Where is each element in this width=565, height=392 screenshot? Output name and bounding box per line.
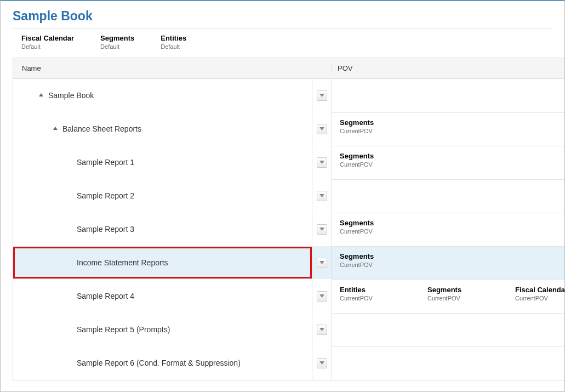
row-actions-dropdown[interactable] [317,325,327,335]
pov-value: Default [161,43,186,50]
chevron-down-icon [319,161,324,164]
tree-row-action-cell [312,213,332,246]
pov-segment[interactable]: SegmentsCurrentPOV [427,286,488,302]
tree-row-name-cell: Sample Report 6 (Cond. Format & Suppress… [13,359,312,367]
pov-label: Entities [161,34,186,42]
tree-row-name-cell: Sample Report 1 [13,158,312,167]
tree-row[interactable]: Income Statement Reports [13,246,332,280]
pov-value: Default [21,43,74,50]
tree-row[interactable]: Sample Report 4 [13,280,332,313]
chevron-down-icon [319,228,324,231]
pov-segment-value: CurrentPOV [340,128,400,134]
tree-row-label: Sample Report 3 [77,225,134,234]
tree-row-name-cell: Sample Report 2 [13,191,312,200]
svg-marker-10 [319,361,324,365]
tree-row-name-cell: Sample Report 3 [13,225,312,234]
chevron-down-icon [319,328,324,331]
chevron-down-icon [319,127,324,130]
tree-row[interactable]: Sample Report 1 [13,146,332,179]
pov-segment-label: Fiscal Calendar [515,286,565,294]
pov-segment[interactable]: SegmentsCurrentPOV [340,118,400,134]
tree-row-label: Sample Report 4 [77,292,134,300]
pov-row [332,79,564,112]
pov-label: Fiscal Calendar [21,34,74,42]
column-header-pov[interactable]: POV [332,64,564,72]
pov-segment[interactable]: SegmentsCurrentPOV [340,252,400,268]
chevron-down-icon [319,94,324,97]
row-actions-dropdown[interactable] [317,258,327,268]
row-actions-dropdown[interactable] [317,157,327,168]
tree-row-label: Balance Sheet Reports [62,124,141,133]
tree-row[interactable]: Sample Report 5 (Prompts) [13,313,332,346]
tree-row[interactable]: Sample Book [13,79,332,112]
pov-row [332,346,564,380]
pov-segment-label: Segments [340,118,400,127]
row-actions-dropdown[interactable] [317,358,327,368]
pov-segments[interactable]: Segments Default [100,34,134,50]
tree-row-name-cell: Sample Report 4 [13,292,312,300]
pov-value: Default [100,43,134,50]
tree-row-action-cell [312,280,332,313]
column-header-name[interactable]: Name [13,64,312,72]
row-actions-dropdown[interactable] [317,124,327,134]
pov-column: SegmentsCurrentPOVSegmentsCurrentPOVSegm… [332,79,564,380]
svg-marker-0 [39,93,43,96]
tree-row-label: Sample Report 2 [77,191,134,200]
pov-segment[interactable]: EntitiesCurrentPOV [340,286,400,302]
tree-column: Sample BookBalance Sheet ReportsSample R… [13,79,332,380]
pov-segment-value: CurrentPOV [340,228,400,235]
pov-bar: Fiscal Calendar Default Segments Default… [1,32,564,54]
pov-segment[interactable]: SegmentsCurrentPOV [340,219,400,235]
svg-marker-5 [319,194,324,197]
svg-marker-3 [319,127,324,130]
tree-row-label: Sample Book [48,91,94,100]
row-actions-dropdown[interactable] [317,224,327,235]
tree-row-action-cell [312,313,332,346]
svg-marker-4 [319,161,324,164]
pov-segment-value: CurrentPOV [427,295,488,302]
pov-segment-label: Segments [340,152,400,160]
expander-icon[interactable] [52,126,59,130]
row-actions-dropdown[interactable] [317,291,327,302]
pov-segment-value: CurrentPOV [340,295,400,302]
tree-row-label: Sample Report 6 (Cond. Format & Suppress… [77,359,241,367]
chevron-down-icon [319,361,324,365]
grid-header: Name POV [13,58,564,79]
tree-row-action-cell [312,179,332,212]
tree-row[interactable]: Sample Report 6 (Cond. Format & Suppress… [13,346,332,380]
chevron-down-icon [319,261,324,264]
pov-row [332,179,564,213]
tree-row-name-cell: Balance Sheet Reports [13,124,312,133]
tree-row-label: Sample Report 5 (Prompts) [77,325,170,334]
tree-row[interactable]: Sample Report 3 [13,213,332,246]
tree-row-action-cell [312,346,332,379]
tree-row-action-cell [312,112,332,145]
tree-row-label: Income Statement Reports [77,258,168,267]
page-title: Sample Book [1,1,564,28]
chevron-down-icon [319,194,324,197]
svg-marker-1 [319,94,324,97]
tree-row[interactable]: Sample Report 2 [13,179,332,213]
chevron-down-icon [319,294,324,298]
row-actions-dropdown[interactable] [317,90,327,101]
pov-row: EntitiesCurrentPOVSegmentsCurrentPOVFisc… [332,280,564,313]
pov-segment-label: Segments [340,219,400,227]
pov-segment-value: CurrentPOV [515,295,565,302]
pov-label: Segments [100,34,134,42]
pov-segment-value: CurrentPOV [340,262,400,268]
pov-entities[interactable]: Entities Default [161,34,186,50]
pov-segment[interactable]: Fiscal CalendarCurrentPOV [515,286,565,302]
pov-row: SegmentsCurrentPOV [332,146,564,179]
row-actions-dropdown[interactable] [317,191,327,201]
pov-row [332,313,564,346]
tree-row[interactable]: Balance Sheet Reports [13,112,332,146]
pov-row: SegmentsCurrentPOV [332,112,564,146]
pov-row: SegmentsCurrentPOV [332,246,564,280]
tree-row-name-cell: Sample Report 5 (Prompts) [13,325,312,334]
grid-body: Sample BookBalance Sheet ReportsSample R… [13,79,564,380]
expander-icon[interactable] [37,93,45,97]
pov-fiscal-calendar[interactable]: Fiscal Calendar Default [21,34,74,50]
svg-marker-7 [319,261,324,264]
pov-segment[interactable]: SegmentsCurrentPOV [340,152,400,168]
pov-segment-label: Segments [427,286,488,294]
